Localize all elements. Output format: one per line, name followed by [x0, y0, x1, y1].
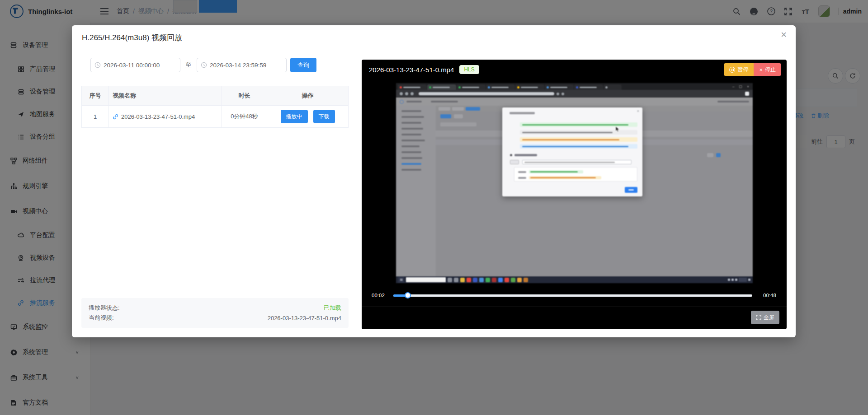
player-controls: 00:02 00:48: [362, 289, 787, 302]
link-icon: [113, 114, 118, 120]
clock-icon: [94, 62, 101, 68]
cell-index: 1: [82, 106, 109, 127]
query-button[interactable]: 查询: [290, 58, 316, 72]
range-separator: 至: [185, 61, 192, 69]
column-header-actions: 操作: [267, 86, 348, 105]
hls-badge: HLS: [459, 65, 479, 74]
table-row: 1 2026-03-13-23-47-51-0.mp4 0分钟48秒 播放中 下…: [82, 106, 348, 128]
download-button[interactable]: 下载: [313, 110, 335, 123]
fullscreen-button[interactable]: 全屏: [751, 311, 779, 324]
video-name: 2026-03-13-23-47-51-0.mp4: [121, 113, 195, 120]
dialog-title: H.265/H.264(m3u8) 视频回放: [82, 33, 182, 43]
recorded-ok-button: [625, 187, 637, 193]
stop-button[interactable]: × 停止: [754, 63, 781, 76]
recorded-app-sidebar: [396, 106, 436, 276]
video-name-link[interactable]: 2026-03-13-23-47-51-0.mp4: [113, 113, 195, 120]
column-header-name: 视频名称: [109, 86, 222, 105]
recorded-detail-card: [514, 167, 637, 182]
current-video-label: 当前视频:: [89, 314, 114, 322]
recorded-taskbar: ⊞: [396, 276, 753, 283]
fullscreen-icon: [756, 315, 761, 320]
column-header-index: 序号: [82, 86, 109, 105]
total-time: 00:48: [763, 293, 776, 298]
pause-icon: [729, 67, 735, 73]
recorded-warning-alert: [520, 137, 637, 142]
progress-thumb[interactable]: [405, 292, 411, 298]
video-playback-dialog: H.265/H.264(m3u8) 视频回放 × 至 查询 序号 视频名称 时长…: [72, 25, 796, 337]
player-status-panel: 播放器状态: 已加载 当前视频: 2026-03-13-23-47-51-0.m…: [81, 298, 349, 328]
table-header-row: 序号 视频名称 时长 操作: [82, 86, 348, 106]
play-button[interactable]: 播放中: [281, 110, 308, 123]
app-root: Thinglinks-iot 首页 / 视频中心 / 推流服务 ? тT: [0, 0, 868, 415]
mouse-cursor: [615, 126, 620, 132]
current-time: 00:02: [372, 293, 385, 298]
player-status-value: 已加载: [324, 304, 341, 312]
recorded-browser-address-bar: [396, 90, 753, 98]
end-datetime-picker[interactable]: [197, 58, 287, 72]
recorded-app-header: [396, 98, 753, 106]
video-frame: – ▢ ×: [396, 83, 753, 283]
player-status-label: 播放器状态:: [89, 304, 120, 312]
date-filter-row: 至 查询: [90, 58, 316, 72]
clock-icon: [201, 62, 207, 68]
start-datetime-picker[interactable]: [90, 58, 180, 72]
close-icon[interactable]: ×: [781, 30, 787, 40]
player-header: 2026-03-13-23-47-51-0.mp4 HLS 暂停 × 停止: [362, 60, 787, 79]
stop-icon: ×: [759, 67, 763, 73]
recorded-dialog: ×: [502, 107, 642, 196]
player-video-title: 2026-03-13-23-47-51-0.mp4: [369, 66, 454, 74]
pause-button[interactable]: 暂停: [724, 63, 754, 76]
video-player: 2026-03-13-23-47-51-0.mp4 HLS 暂停 × 停止: [362, 60, 787, 329]
recorded-browser-tab-bar: – ▢ ×: [396, 83, 753, 90]
column-header-duration: 时长: [222, 86, 267, 105]
recorded-success-alert: [520, 122, 637, 127]
progress-track[interactable]: [393, 294, 752, 297]
video-table: 序号 视频名称 时长 操作 1 2026-03-13-23-47-51-0.mp…: [81, 86, 349, 128]
cell-duration: 0分钟48秒: [222, 106, 267, 127]
start-datetime-input[interactable]: [104, 62, 176, 69]
end-datetime-input[interactable]: [210, 62, 282, 69]
player-divider: [362, 307, 787, 307]
recorded-info-alert: [520, 130, 637, 135]
current-video-value: 2026-03-13-23-47-51-0.mp4: [268, 315, 341, 322]
recorded-primary-alert: [520, 144, 637, 149]
